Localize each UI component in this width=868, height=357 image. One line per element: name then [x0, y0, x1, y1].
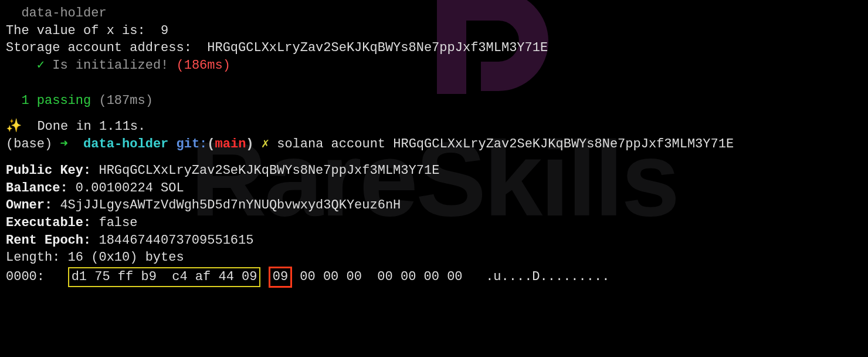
command-text: solana account HRGqGCLXxLryZav2SeKJKqBWY… — [277, 137, 734, 151]
done-line: ✨ Done in 1.11s. — [6, 118, 862, 136]
account-balance: Balance: 0.00100224 SOL — [6, 180, 862, 197]
terminal-output: data-holder The value of x is: 9 Storage… — [6, 5, 862, 288]
account-executable: Executable: false — [6, 214, 862, 232]
pubkey-value: HRGqGCLXxLryZav2SeKJKqBWYs8Ne7ppJxf3MLM3… — [91, 163, 439, 178]
account-data-length: Length: 16 (0x10) bytes — [6, 249, 862, 267]
rent-epoch-label: Rent Epoch: — [6, 233, 91, 248]
check-icon: ✓ — [6, 58, 52, 73]
prompt-dir: data-holder — [68, 137, 169, 151]
hex-highlight-value: 09 — [269, 267, 292, 288]
balance-label: Balance: — [6, 181, 68, 196]
account-rent-epoch: Rent Epoch: 18446744073709551615 — [6, 232, 862, 250]
hex-rest: 00 00 00 00 00 00 00 .u....D......... — [300, 270, 609, 284]
hex-highlight-discriminator: d1 75 ff b9 c4 af 44 09 — [68, 267, 261, 287]
passing-time: (187ms) — [91, 93, 153, 108]
prompt-arrow-icon: ➜ — [60, 137, 67, 151]
passing-summary: 1 passing (187ms) — [6, 92, 862, 110]
owner-value: 4SjJJLgysAWTzVdWgh5D5d7nYNUQbvwxyd3QKYeu… — [52, 198, 401, 213]
dirty-icon: ✗ — [254, 137, 277, 151]
prompt-git: git: — [168, 137, 207, 151]
output-storage-address: Storage account address: HRGqGCLXxLryZav… — [6, 39, 862, 57]
paren-open: ( — [207, 137, 215, 151]
executable-label: Executable: — [6, 215, 91, 230]
balance-value: 0.00100224 SOL — [68, 181, 184, 196]
output-value-x: The value of x is: 9 — [6, 22, 862, 40]
test-suite-name: data-holder — [6, 5, 862, 22]
paren-close: ) — [246, 137, 253, 151]
done-text: Done in 1.11s. — [22, 119, 145, 134]
hex-offset: 0000: — [6, 270, 45, 284]
test-timing: (186ms) — [177, 58, 230, 73]
account-owner: Owner: 4SjJJLgysAWTzVdWgh5D5d7nYNUQbvwxy… — [6, 197, 862, 214]
account-public-key: Public Key: HRGqGCLXxLryZav2SeKJKqBWYs8N… — [6, 162, 862, 180]
hex-dump-line: 0000: d1 75 ff b9 c4 af 44 09 09 00 00 0… — [6, 267, 862, 288]
test-name: Is initialized! — [52, 58, 176, 73]
owner-label: Owner: — [6, 198, 52, 213]
rent-epoch-value: 18446744073709551615 — [91, 233, 253, 248]
executable-value: false — [91, 215, 137, 230]
pubkey-label: Public Key: — [6, 163, 91, 178]
conda-env: (base) — [6, 137, 60, 151]
passing-count: 1 passing — [6, 93, 91, 108]
shell-prompt-line[interactable]: (base) ➜ data-holder git:(main) ✗ solana… — [6, 136, 862, 153]
git-branch: main — [215, 137, 246, 151]
sparkle-icon: ✨ — [6, 119, 22, 134]
test-result-line: ✓ Is initialized! (186ms) — [6, 57, 862, 75]
